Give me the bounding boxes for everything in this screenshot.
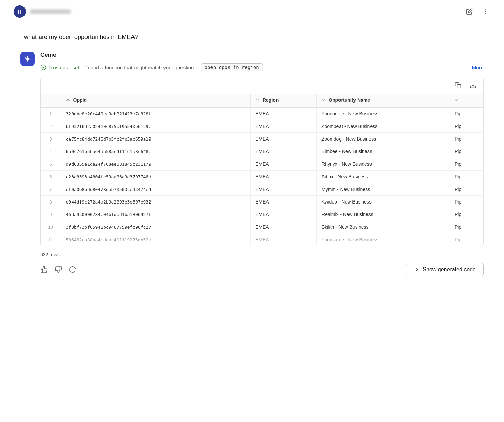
refresh-button[interactable] (69, 266, 76, 273)
user-initial: H (18, 9, 22, 15)
cell-extra: Pip (450, 158, 483, 171)
cell-region: EMEA (250, 221, 316, 233)
col-header-row-num (41, 94, 61, 108)
col-type-icon-oppid: A B C (66, 97, 72, 103)
download-button[interactable] (468, 81, 478, 90)
cell-region: EMEA (250, 233, 316, 246)
cell-opp-name: Eimbee - New Business (317, 145, 450, 158)
cell-row-num: 5 (41, 158, 61, 171)
table-row: 1 320dbe8e20c449ec9eb821423a7c828f EMEA … (41, 108, 483, 120)
cell-row-num: 7 (41, 183, 61, 196)
cell-opp-id: e044df9c272a4a2b9e2893e3e697e932 (61, 196, 250, 208)
cell-extra: Pip (450, 120, 483, 133)
cell-row-num: 1 (41, 108, 61, 120)
cell-region: EMEA (250, 120, 316, 133)
cell-opp-id: 3f0bf73bf05941bc9467759efb96fc27 (61, 221, 250, 233)
svg-point-2 (485, 13, 486, 14)
user-message: what are my open opportunities in EMEA? (20, 34, 484, 41)
show-code-label: Show generated code (423, 266, 476, 273)
copy-button[interactable] (453, 81, 463, 90)
thumbs-up-button[interactable] (40, 266, 48, 273)
col-header-region[interactable]: A B C Region (250, 94, 316, 108)
cell-extra: Pip (450, 233, 483, 246)
show-generated-code-button[interactable]: Show generated code (406, 263, 484, 276)
cell-opp-id: 320dbe8e20c449ec9eb821423a7c828f (61, 108, 250, 120)
cell-extra: Pip (450, 133, 483, 145)
top-bar-right (464, 7, 490, 16)
cell-opp-name: Rhynyx - New Business (317, 158, 450, 171)
more-button[interactable]: More (472, 65, 484, 70)
cell-opp-name: Mymm - New Business (317, 183, 450, 196)
genie-content: Genie Trusted asset Found a function tha… (40, 52, 484, 276)
cell-opp-name: Zoonoodle - New Business (317, 108, 450, 120)
svg-point-0 (485, 9, 486, 10)
genie-response: Genie Trusted asset Found a function tha… (20, 52, 484, 276)
chat-area: what are my open opportunities in EMEA? … (0, 23, 504, 295)
function-tag[interactable]: open_opps_in_region (201, 63, 263, 71)
cell-opp-name: Kwideo - New Business (317, 196, 450, 208)
cell-extra: Pip (450, 171, 483, 183)
results-table: A B C OppId (41, 94, 483, 246)
table-body: 1 320dbe8e20c449ec9eb821423a7c828f EMEA … (41, 108, 483, 246)
col-header-extra[interactable]: A B C (450, 94, 483, 108)
cell-opp-id: ca75fc84dd7246d7b5fc2fc3ac659a19 (61, 133, 250, 145)
col-type-icon-region: A B C (255, 97, 261, 103)
col-type-icon-opp-name: A B C (321, 97, 327, 103)
more-menu-button[interactable] (481, 7, 490, 16)
svg-text:C: C (458, 100, 459, 102)
thumbs-up-icon (40, 266, 48, 273)
cell-row-num: 8 (41, 196, 61, 208)
user-message-text: what are my open opportunities in EMEA? (24, 34, 138, 40)
table-row: 11 505462ca88aa4cdeac411119275db52a EMEA… (41, 233, 483, 246)
cell-opp-id: 505462ca88aa4cdeac411119275db52a (61, 233, 250, 246)
download-icon (470, 82, 476, 89)
cell-extra: Pip (450, 208, 483, 221)
cell-opp-name: Zoomzone - New Business (317, 233, 450, 246)
chevron-right-icon (414, 266, 420, 273)
table-row: 6 c23a8393a4804fe59aa86a9d3797746d EMEA … (41, 171, 483, 183)
edit-button[interactable] (464, 7, 474, 16)
table-row: 9 46da9c0000784c04bfdbd1ba1806927f EMEA … (41, 208, 483, 221)
thumbs-down-icon (54, 266, 62, 273)
user-avatar: H (14, 5, 26, 18)
svg-text:C: C (325, 100, 326, 102)
refresh-icon (69, 266, 76, 273)
copy-icon (455, 82, 461, 89)
cell-extra: Pip (450, 108, 483, 120)
cell-row-num: 11 (41, 233, 61, 246)
cell-opp-name: Zoombeat - New Business (317, 120, 450, 133)
table-toolbar (41, 77, 483, 94)
trusted-asset-badge: Trusted asset (40, 64, 79, 70)
col-header-opp-name[interactable]: A B C Opportunity Name (317, 94, 450, 108)
cell-row-num: 9 (41, 208, 61, 221)
data-table-container: A B C OppId (40, 77, 484, 246)
cell-region: EMEA (250, 183, 316, 196)
cell-region: EMEA (250, 108, 316, 120)
genie-avatar (20, 52, 35, 66)
cell-row-num: 10 (41, 221, 61, 233)
top-bar-left: H (14, 5, 71, 18)
check-circle-icon (40, 64, 46, 70)
bottom-action-bar: Show generated code (40, 263, 484, 276)
cell-row-num: 4 (41, 145, 61, 158)
table-row: 10 3f0bf73bf05941bc9467759efb96fc27 EMEA… (41, 221, 483, 233)
user-name-blurred (30, 9, 71, 14)
cell-opp-id: 6a0c761b5ba64da583c4f11d1a8c648e (61, 145, 250, 158)
table-row: 5 d9d0355e1da24f708ee081845c231179 EMEA … (41, 158, 483, 171)
cell-extra: Pip (450, 196, 483, 208)
svg-text:C: C (69, 100, 70, 102)
cell-opp-id: c23a8393a4804fe59aa86a9d3797746d (61, 171, 250, 183)
cell-opp-name: Zoomdog - New Business (317, 133, 450, 145)
svg-point-1 (485, 11, 486, 12)
cell-region: EMEA (250, 145, 316, 158)
cell-row-num: 3 (41, 133, 61, 145)
cell-extra: Pip (450, 183, 483, 196)
svg-text:C: C (259, 100, 260, 102)
cell-opp-name: Skilith - New Business (317, 221, 450, 233)
table-row: 3 ca75fc84dd7246d7b5fc2fc3ac659a19 EMEA … (41, 133, 483, 145)
cell-region: EMEA (250, 133, 316, 145)
row-count: 932 rows (40, 252, 484, 257)
col-header-oppid[interactable]: A B C OppId (61, 94, 250, 108)
table-row: 8 e044df9c272a4a2b9e2893e3e697e932 EMEA … (41, 196, 483, 208)
thumbs-down-button[interactable] (54, 266, 62, 273)
